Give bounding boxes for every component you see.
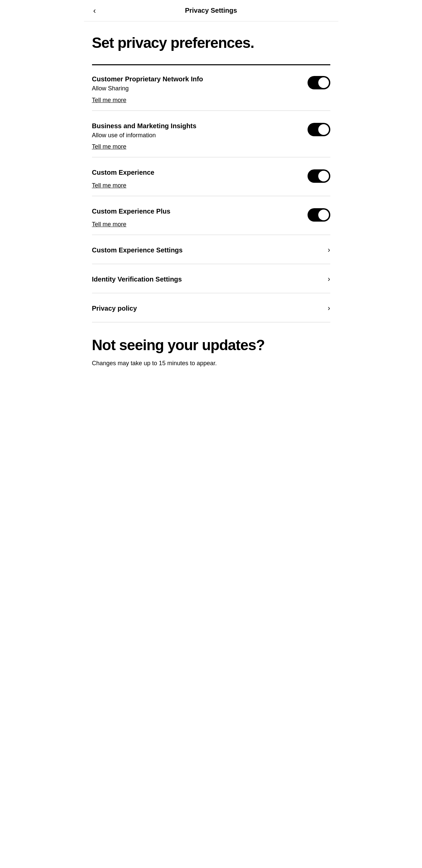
divider-business-marketing	[92, 157, 330, 157]
nav-custom-experience-settings: Custom Experience Settings ›	[92, 236, 330, 266]
setting-row-custom-experience: Custom Experience Tell me more	[92, 159, 330, 196]
setting-row-cpni: Customer Proprietary Network Info Allow …	[92, 65, 330, 110]
nav-identity-verification-settings: Identity Verification Settings ›	[92, 266, 330, 294]
back-icon: ‹	[93, 7, 96, 15]
tell-me-more-business-marketing[interactable]: Tell me more	[92, 143, 127, 150]
setting-custom-experience-plus: Custom Experience Plus Tell me more	[92, 197, 330, 236]
setting-text-business-marketing: Business and Marketing Insights Allow us…	[92, 122, 307, 150]
divider-custom-experience-plus	[92, 235, 330, 235]
divider-nav-privacy-policy	[92, 322, 330, 322]
toggle-business-marketing[interactable]	[307, 123, 330, 136]
setting-text-custom-experience-plus: Custom Experience Plus Tell me more	[92, 207, 307, 228]
toggle-knob-custom-experience-plus	[318, 210, 329, 220]
toggle-knob-business-marketing	[318, 124, 329, 135]
setting-text-custom-experience: Custom Experience Tell me more	[92, 168, 307, 189]
nav-row-custom-experience-settings[interactable]: Custom Experience Settings ›	[92, 236, 330, 264]
nav-row-identity-verification-settings[interactable]: Identity Verification Settings ›	[92, 266, 330, 293]
main-content: Set privacy preferences. Customer Propri…	[84, 35, 338, 324]
setting-business-marketing: Business and Marketing Insights Allow us…	[92, 112, 330, 159]
nav-title-identity-verification-settings: Identity Verification Settings	[92, 276, 182, 283]
toggle-knob-cpni	[318, 77, 329, 88]
header: ‹ Privacy Settings	[84, 0, 338, 22]
nav-row-privacy-policy[interactable]: Privacy policy ›	[92, 294, 330, 322]
tell-me-more-custom-experience[interactable]: Tell me more	[92, 182, 127, 189]
setting-row-custom-experience-plus: Custom Experience Plus Tell me more	[92, 197, 330, 235]
chevron-right-icon-privacy-policy: ›	[328, 304, 330, 313]
chevron-right-icon-identity-verification-settings: ›	[328, 275, 330, 283]
divider-nav-custom-experience-settings	[92, 264, 330, 264]
page-heading: Set privacy preferences.	[92, 35, 330, 51]
toggle-container-custom-experience-plus	[307, 208, 330, 222]
toggle-custom-experience[interactable]	[307, 169, 330, 183]
setting-title-custom-experience: Custom Experience	[92, 168, 301, 177]
setting-subtitle-business-marketing: Allow use of information	[92, 131, 301, 139]
toggle-container-cpni	[307, 76, 330, 89]
setting-title-custom-experience-plus: Custom Experience Plus	[92, 207, 301, 216]
nav-title-privacy-policy: Privacy policy	[92, 305, 137, 312]
toggle-cpni[interactable]	[307, 76, 330, 89]
bottom-heading: Not seeing your updates?	[92, 337, 330, 353]
divider-cpni	[92, 111, 330, 111]
nav-privacy-policy: Privacy policy ›	[92, 294, 330, 324]
toggle-custom-experience-plus[interactable]	[307, 208, 330, 222]
tell-me-more-custom-experience-plus[interactable]: Tell me more	[92, 221, 127, 228]
toggle-knob-custom-experience	[318, 171, 329, 181]
divider-custom-experience	[92, 196, 330, 196]
bottom-section: Not seeing your updates? Changes may tak…	[84, 324, 338, 388]
header-title: Privacy Settings	[185, 7, 237, 14]
setting-custom-experience: Custom Experience Tell me more	[92, 159, 330, 197]
setting-subtitle-cpni: Allow Sharing	[92, 85, 301, 92]
setting-text-cpni: Customer Proprietary Network Info Allow …	[92, 75, 307, 103]
setting-row-business-marketing: Business and Marketing Insights Allow us…	[92, 112, 330, 157]
tell-me-more-cpni[interactable]: Tell me more	[92, 97, 127, 104]
bottom-text: Changes may take up to 15 minutes to app…	[92, 359, 330, 368]
toggle-container-business-marketing	[307, 123, 330, 136]
toggle-container-custom-experience	[307, 169, 330, 183]
setting-title-business-marketing: Business and Marketing Insights	[92, 122, 301, 130]
setting-title-cpni: Customer Proprietary Network Info	[92, 75, 301, 83]
back-button[interactable]: ‹	[92, 5, 97, 16]
setting-cpni: Customer Proprietary Network Info Allow …	[92, 65, 330, 112]
nav-title-custom-experience-settings: Custom Experience Settings	[92, 246, 183, 254]
divider-nav-identity-verification-settings	[92, 293, 330, 293]
chevron-right-icon-custom-experience-settings: ›	[328, 246, 330, 254]
